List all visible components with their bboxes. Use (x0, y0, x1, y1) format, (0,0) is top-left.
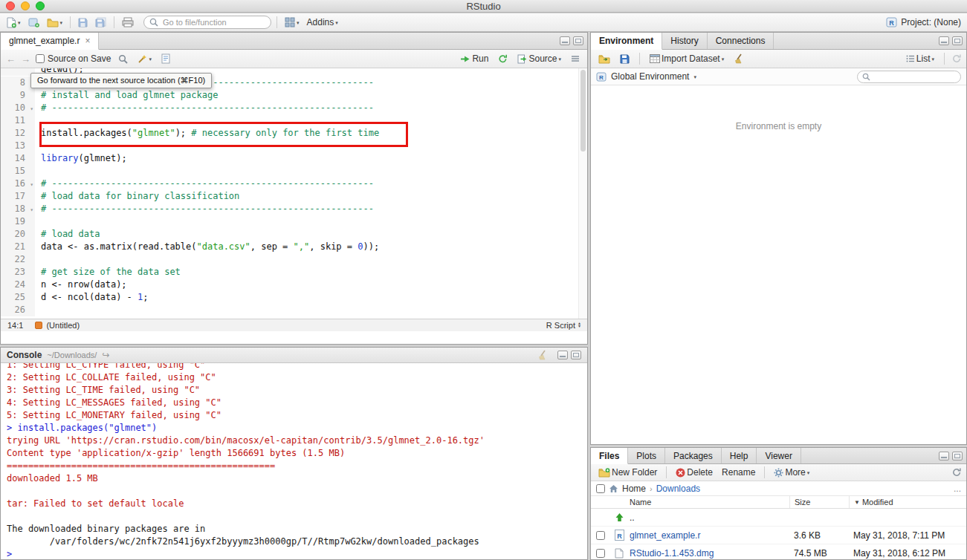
tab-plots[interactable]: Plots (628, 448, 665, 463)
breadcrumb-item[interactable]: Home (622, 484, 646, 494)
select-all-checkbox[interactable] (596, 484, 605, 493)
file-row[interactable]: .. (591, 509, 966, 527)
goto-file-input[interactable] (161, 17, 265, 27)
find-replace-button[interactable] (116, 51, 130, 66)
minimize-pane-icon[interactable] (939, 36, 949, 45)
document-outline-button[interactable] (569, 51, 582, 66)
code-line[interactable]: 19 (1, 215, 587, 228)
code-line[interactable]: 17# load data for binary classification (1, 190, 587, 203)
list-view-button[interactable]: List ▾ (904, 51, 937, 66)
source-on-save-toggle[interactable]: Source on Save (36, 53, 111, 64)
clear-console-icon[interactable] (537, 350, 548, 360)
save-workspace-button[interactable] (618, 51, 632, 66)
minimize-pane-icon[interactable] (939, 452, 949, 460)
source-button[interactable]: Source ▾ (515, 51, 563, 66)
tab-viewer[interactable]: Viewer (757, 448, 801, 463)
clear-environment-button[interactable] (731, 51, 746, 66)
code-tools-button[interactable]: ▾ (135, 51, 154, 66)
compile-report-button[interactable] (159, 51, 172, 66)
import-dataset-button[interactable]: Import Dataset ▾ (647, 51, 726, 66)
run-button[interactable]: Run (459, 51, 491, 66)
maximize-pane-icon[interactable] (952, 36, 963, 45)
goto-directory-icon[interactable]: ↪ (102, 350, 109, 360)
refresh-icon[interactable] (952, 468, 961, 477)
forward-button[interactable]: → (21, 54, 30, 64)
code-editor[interactable]: getwd(); 8▾# ---------------------------… (1, 68, 587, 319)
environment-scope-selector[interactable]: Global Environment (611, 71, 689, 82)
new-file-button[interactable]: ▾ (4, 15, 23, 30)
scrollbar-thumb[interactable] (580, 70, 586, 152)
tab-environment[interactable]: Environment (591, 33, 662, 50)
code-line[interactable]: 14library(glmnet); (1, 152, 587, 165)
refresh-icon[interactable] (952, 54, 961, 63)
save-button[interactable] (76, 15, 90, 30)
code-line[interactable]: 12install.packages("glmnet"); # necessar… (1, 127, 587, 140)
minimize-pane-icon[interactable] (557, 351, 568, 359)
column-header-name[interactable]: Name (628, 498, 789, 507)
document-chip[interactable]: (Untitled) (35, 321, 80, 330)
new-project-button[interactable] (26, 15, 42, 30)
close-tab-icon[interactable]: × (85, 36, 90, 45)
file-checkbox[interactable] (596, 531, 605, 540)
back-button[interactable]: ← (6, 54, 16, 64)
code-line[interactable]: 10▾# -----------------------------------… (1, 102, 587, 114)
project-menu-button[interactable]: R Project: (None) (886, 17, 961, 27)
file-name[interactable]: RStudio-1.1.453.dmg (628, 548, 789, 559)
file-name[interactable]: .. (628, 512, 789, 523)
tab-help[interactable]: Help (722, 448, 757, 463)
cursor-position[interactable]: 14:1 (7, 321, 23, 330)
code-line[interactable]: 13 (1, 140, 587, 152)
minimize-pane-icon[interactable] (560, 36, 570, 45)
file-checkbox[interactable] (596, 549, 605, 558)
code-line[interactable]: 22 (1, 253, 587, 266)
column-header-modified[interactable]: ▼ Modified (849, 496, 966, 508)
tab-files[interactable]: Files (591, 448, 628, 464)
file-type-selector[interactable]: R Script ▴▾ (546, 321, 580, 330)
save-all-button[interactable] (93, 15, 109, 30)
more-button[interactable]: More ▾ (772, 465, 812, 480)
tab-history[interactable]: History (662, 33, 707, 49)
code-line[interactable]: 11 (1, 114, 587, 127)
code-line[interactable]: 23# get size of the data set (1, 266, 587, 279)
tab-connections[interactable]: Connections (708, 33, 774, 49)
code-line[interactable]: 26 (1, 304, 587, 316)
source-on-save-checkbox[interactable] (36, 54, 45, 63)
tab-glmnet-example-r[interactable]: glmnet_example.r × (1, 33, 99, 50)
maximize-pane-icon[interactable] (571, 351, 581, 359)
fold-toggle-icon[interactable]: ▾ (30, 204, 33, 216)
environment-search-box[interactable] (857, 71, 961, 83)
fold-toggle-icon[interactable]: ▾ (30, 102, 33, 115)
workspace-panes-button[interactable]: ▾ (282, 15, 302, 30)
code-line[interactable]: 15 (1, 165, 587, 178)
environment-search-input[interactable] (873, 71, 956, 82)
file-row[interactable]: RStudio-1.1.453.dmg74.5 MBMay 31, 2018, … (591, 544, 966, 560)
load-workspace-button[interactable] (596, 51, 612, 66)
code-line[interactable]: 20# load data (1, 228, 587, 241)
print-button[interactable] (120, 15, 136, 30)
code-line[interactable]: 9# install and load glmnet package (1, 89, 587, 102)
code-line[interactable]: 16▾# -----------------------------------… (1, 178, 587, 190)
column-header-size[interactable]: Size (789, 496, 849, 508)
maximize-pane-icon[interactable] (573, 36, 583, 45)
code-line[interactable]: 24n <- nrow(data); (1, 279, 587, 291)
new-folder-button[interactable]: New Folder (596, 465, 659, 480)
delete-button[interactable]: Delete (673, 465, 715, 480)
breadcrumb-item[interactable]: Downloads (656, 484, 700, 494)
fold-toggle-icon[interactable]: ▾ (30, 178, 33, 191)
code-line[interactable]: 18▾# -----------------------------------… (1, 203, 587, 215)
maximize-pane-icon[interactable] (952, 452, 963, 460)
file-row[interactable]: Rglmnet_example.r3.6 KBMay 31, 2018, 7:1… (591, 527, 966, 544)
code-line[interactable]: 25d <- ncol(data) - 1; (1, 291, 587, 304)
file-name[interactable]: glmnet_example.r (628, 530, 789, 541)
addins-button[interactable]: Addins ▾ (305, 15, 340, 30)
console-output[interactable]: 1: Setting LC_CTYPE failed, using "C"2: … (1, 363, 587, 559)
console-title[interactable]: Console (7, 350, 42, 360)
rerun-button[interactable] (496, 51, 510, 66)
editor-scrollbar[interactable] (578, 68, 587, 319)
code-line[interactable]: 21data <- as.matrix(read.table("data.csv… (1, 241, 587, 253)
open-file-button[interactable]: ▾ (45, 15, 65, 30)
rename-button[interactable]: Rename (719, 465, 757, 480)
tab-packages[interactable]: Packages (665, 448, 722, 463)
goto-file-box[interactable] (143, 16, 271, 29)
breadcrumb-overflow[interactable]: ... (954, 484, 961, 494)
